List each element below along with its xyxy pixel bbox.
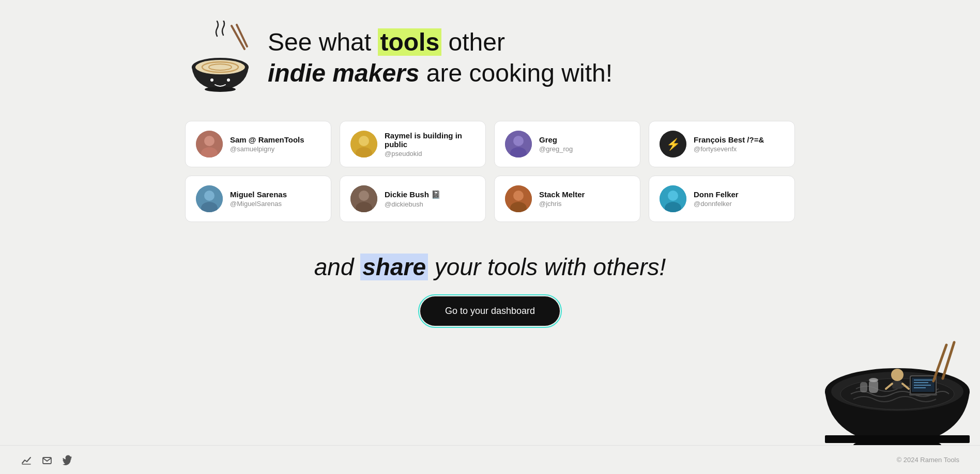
footer: © 2024 Ramen Tools [0,445,980,474]
svg-rect-40 [912,377,935,392]
user-card-dickie[interactable]: Dickie Bush 📓 @dickiebush [340,176,486,222]
svg-rect-51 [860,382,867,392]
user-handle-greg: @greg_rog [539,145,573,153]
svg-point-33 [831,372,963,411]
svg-rect-39 [910,376,936,394]
user-card-raymel[interactable]: Raymel is building in public @pseudokid [340,121,486,167]
user-info-sam: Sam @ RamenTools @samuelpigny [230,135,304,153]
dashboard-button[interactable]: Go to your dashboard [420,296,560,326]
user-card-miguel[interactable]: Miguel Sarenas @MiguelSarenas [185,176,331,222]
user-info-raymel: Raymel is building in public @pseudokid [385,131,475,157]
hero-suffix: other [441,28,505,56]
chart-icon[interactable] [21,454,32,466]
svg-rect-36 [892,381,902,389]
svg-text:⚡: ⚡ [666,137,681,151]
svg-point-16 [513,136,524,146]
user-card-stack[interactable]: Stack Melter @jchris [494,176,640,222]
svg-point-10 [204,136,215,146]
svg-point-21 [204,191,215,201]
user-info-miguel: Miguel Sarenas @MiguelSarenas [230,190,287,208]
user-name-donn: Donn Felker [694,190,739,199]
svg-point-24 [359,191,369,201]
svg-point-32 [825,368,970,415]
user-handle-raymel: @pseudokid [385,150,475,157]
cta-tagline: and share your tools with others! [185,253,795,281]
svg-point-6 [210,78,213,82]
avatar-sam [196,131,223,157]
user-handle-miguel: @MiguelSarenas [230,200,287,208]
hero-line2-suffix: are cooking with! [419,59,612,87]
avatar-dickie [350,185,377,212]
user-name-francois: François Best /?=& [694,135,764,144]
user-handle-donn: @donnfelker [694,200,739,208]
user-handle-sam: @samuelpigny [230,145,304,153]
svg-point-30 [668,191,678,201]
cta-section: and share your tools with others! Go to … [185,253,795,326]
user-card-sam[interactable]: Sam @ RamenTools @samuelpigny [185,121,331,167]
svg-rect-48 [825,435,970,443]
twitter-icon[interactable] [62,454,73,466]
user-name-greg: Greg [539,135,573,144]
hero-indie-makers: indie makers [268,59,419,87]
hero-text: See what tools other indie makers are co… [268,27,612,89]
footer-icons [21,454,73,466]
user-handle-stack: @jchris [539,200,585,208]
hero-tools-highlight: tools [378,28,441,56]
svg-line-47 [943,342,954,378]
hero-section: See what tools other indie makers are co… [185,21,795,95]
svg-point-13 [359,136,369,146]
user-info-dickie: Dickie Bush 📓 @dickiebush [385,190,441,208]
cta-share-highlight: share [360,254,428,280]
user-handle-francois: @fortysevenfx [694,145,764,153]
avatar-donn [660,185,686,212]
users-grid: Sam @ RamenTools @samuelpigny Raymel is … [185,121,795,222]
svg-point-27 [513,191,524,201]
user-info-donn: Donn Felker @donnfelker [694,190,739,208]
cta-suffix: your tools with others! [428,254,666,280]
user-name-raymel: Raymel is building in public [385,131,475,149]
user-card-donn[interactable]: Donn Felker @donnfelker [649,176,795,222]
svg-point-34 [840,378,954,409]
footer-copyright: © 2024 Ramen Tools [897,456,959,464]
user-info-francois: François Best /?=& @fortysevenfx [694,135,764,153]
user-name-dickie: Dickie Bush 📓 [385,190,441,199]
avatar-greg [505,131,532,157]
avatar-miguel [196,185,223,212]
hero-prefix: See what [268,28,378,56]
user-name-sam: Sam @ RamenTools [230,135,304,144]
mail-icon[interactable] [41,454,53,466]
user-info-greg: Greg @greg_rog [539,135,573,153]
user-info-stack: Stack Melter @jchris [539,190,585,208]
logo-bowl [185,21,257,95]
avatar-stack [505,185,532,212]
user-card-francois[interactable]: ⚡ François Best /?=& @fortysevenfx [649,121,795,167]
svg-point-7 [227,78,230,82]
svg-point-50 [869,378,878,382]
user-handle-dickie: @dickiebush [385,200,441,208]
cta-prefix: and [314,254,361,280]
svg-line-37 [886,384,892,389]
user-card-greg[interactable]: Greg @greg_rog [494,121,640,167]
decoration-ramen-bowl [815,288,980,453]
svg-rect-49 [869,380,878,393]
user-name-stack: Stack Melter [539,190,585,199]
svg-point-8 [205,87,236,92]
svg-line-38 [902,384,909,389]
user-name-miguel: Miguel Sarenas [230,190,287,199]
avatar-francois: ⚡ [660,131,686,157]
svg-rect-45 [909,393,937,396]
svg-point-35 [891,369,904,381]
avatar-raymel [350,131,377,157]
svg-line-46 [933,345,946,381]
